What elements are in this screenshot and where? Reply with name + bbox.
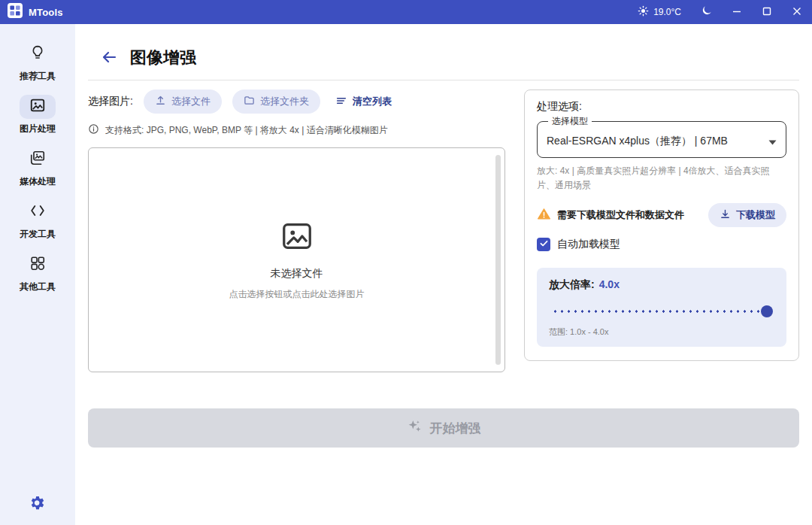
- empty-state-subtitle: 点击选择按钮或点击此处选择图片: [229, 288, 365, 301]
- sun-icon: [638, 5, 649, 19]
- select-file-label: 选择文件: [171, 95, 211, 108]
- back-arrow-icon: [100, 48, 118, 68]
- temperature-indicator: 19.0°C: [638, 5, 681, 19]
- clear-list-button[interactable]: 清空列表: [331, 90, 396, 114]
- select-image-label: 选择图片:: [88, 95, 133, 108]
- gear-icon: [29, 501, 47, 514]
- sidebar-item-media-processing[interactable]: 媒体处理: [20, 147, 56, 188]
- slider-handle[interactable]: [761, 305, 773, 317]
- list-icon: [335, 95, 347, 109]
- warning-icon: [537, 207, 551, 224]
- titlebar: MTools 19.0°C: [0, 0, 812, 24]
- sidebar-item-dev-tools[interactable]: 开发工具: [20, 200, 56, 241]
- sidebar: 推荐工具 图片处理 媒体处理 开发工具: [0, 24, 75, 525]
- model-description: 放大: 4x | 高质量真实照片超分辨率 | 4倍放大、适合真实照片、通用场景: [537, 164, 786, 192]
- upload-icon: [155, 95, 166, 108]
- dropzone-scrollbar[interactable]: [495, 155, 501, 365]
- media-icon: [29, 150, 46, 169]
- scale-range-label: 范围: 1.0x - 4.0x: [549, 326, 774, 338]
- close-icon: [792, 5, 801, 19]
- sidebar-item-label: 推荐工具: [20, 70, 56, 83]
- model-selected-value: Real-ESRGAN x4plus（推荐） | 67MB: [547, 135, 728, 148]
- select-file-button[interactable]: 选择文件: [144, 90, 222, 114]
- app-logo-icon: [8, 3, 23, 21]
- start-enhance-label: 开始增强: [430, 420, 481, 437]
- scale-label: 放大倍率:: [549, 278, 595, 290]
- scale-label-row: 放大倍率:4.0x: [549, 278, 774, 292]
- empty-state-title: 未选择文件: [271, 267, 323, 281]
- select-folder-button[interactable]: 选择文件夹: [232, 90, 320, 114]
- start-enhance-button[interactable]: 开始增强: [88, 408, 799, 448]
- format-hint-text: 支持格式: JPG, PNG, WebP, BMP 等 | 将放大 4x | 适…: [105, 124, 388, 137]
- other-tools-icon: [29, 255, 46, 275]
- settings-button[interactable]: [29, 494, 47, 514]
- dev-tools-icon: [29, 202, 46, 222]
- sidebar-item-label: 其他工具: [20, 281, 56, 293]
- scale-factor-card: 放大倍率:4.0x 范围: 1.0x - 4.0x: [537, 268, 786, 347]
- titlebar-right: 19.0°C: [638, 0, 812, 24]
- scale-slider[interactable]: [552, 305, 771, 317]
- slider-track: [552, 310, 771, 313]
- folder-icon: [244, 95, 255, 108]
- options-title: 处理选项:: [537, 100, 786, 114]
- processing-options-panel: 处理选项: 选择模型 Real-ESRGAN x4plus（推荐） | 67MB…: [524, 90, 799, 361]
- minimize-button[interactable]: [722, 0, 752, 24]
- format-hint: 支持格式: JPG, PNG, WebP, BMP 等 | 将放大 4x | 适…: [88, 123, 505, 137]
- app-window: MTools 19.0°C: [0, 0, 812, 525]
- info-icon: [88, 123, 99, 137]
- close-button[interactable]: [782, 0, 812, 24]
- autoload-checkbox[interactable]: [537, 238, 550, 251]
- scale-value: 4.0x: [599, 278, 620, 290]
- image-icon: [29, 97, 46, 117]
- maximize-icon: [762, 5, 771, 19]
- checkmark-icon: [539, 238, 549, 251]
- sparkles-icon: [407, 418, 423, 438]
- download-icon: [720, 208, 731, 222]
- main-content: 图像增强 选择图片: 选择文件: [75, 24, 812, 525]
- theme-toggle-button[interactable]: [692, 0, 722, 24]
- download-model-label: 下载模型: [736, 208, 775, 222]
- download-warning-row: 需要下载模型文件和数据文件 下载模型: [537, 203, 786, 227]
- page-header: 图像增强: [88, 44, 799, 72]
- titlebar-left: MTools: [8, 3, 63, 21]
- minimize-icon: [732, 5, 741, 19]
- model-select-group: 选择模型 Real-ESRGAN x4plus（推荐） | 67MB: [537, 115, 786, 158]
- download-model-button[interactable]: 下载模型: [708, 203, 786, 227]
- lightbulb-icon: [29, 44, 46, 64]
- model-group-label: 选择模型: [548, 115, 592, 128]
- header-divider: [88, 80, 799, 80]
- image-placeholder-icon: [280, 219, 314, 256]
- sidebar-item-label: 媒体处理: [20, 175, 56, 188]
- maximize-button[interactable]: [752, 0, 782, 24]
- sidebar-item-image-processing[interactable]: 图片处理: [20, 95, 56, 135]
- file-selection-section: 选择图片: 选择文件 选择文件夹: [88, 90, 505, 372]
- app-title: MTools: [29, 7, 63, 18]
- sidebar-item-other-tools[interactable]: 其他工具: [20, 253, 56, 293]
- sidebar-item-label: 开发工具: [20, 228, 56, 241]
- image-dropzone[interactable]: 未选择文件 点击选择按钮或点击此处选择图片: [88, 147, 505, 372]
- sidebar-item-recommended-tools[interactable]: 推荐工具: [20, 42, 56, 83]
- clear-list-label: 清空列表: [353, 95, 392, 108]
- model-select[interactable]: Real-ESRGAN x4plus（推荐） | 67MB: [547, 132, 777, 148]
- autoload-checkbox-row[interactable]: 自动加载模型: [537, 238, 786, 251]
- file-toolbar: 选择图片: 选择文件 选择文件夹: [88, 90, 505, 114]
- moon-icon: [701, 5, 713, 20]
- select-folder-label: 选择文件夹: [260, 95, 309, 108]
- sidebar-item-label: 图片处理: [20, 123, 56, 135]
- caret-down-icon: [768, 135, 777, 148]
- page-title: 图像增强: [130, 47, 196, 69]
- back-button[interactable]: [100, 48, 118, 68]
- autoload-label: 自动加载模型: [557, 238, 620, 251]
- download-warning-text: 需要下载模型文件和数据文件: [557, 208, 702, 222]
- temperature-value: 19.0°C: [653, 7, 681, 17]
